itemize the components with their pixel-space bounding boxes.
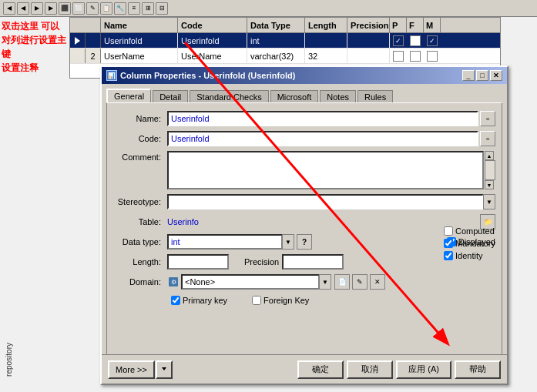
cancel-button[interactable]: 取消	[347, 360, 393, 379]
cell-dtype-1: int	[247, 33, 305, 48]
right-checks-area: Computed Mandatory Identity	[444, 226, 495, 260]
scroll-up-btn[interactable]: ▲	[485, 151, 494, 160]
code-input[interactable]	[167, 131, 478, 146]
col-header-name: Name	[101, 18, 178, 32]
domain-input[interactable]	[181, 274, 320, 290]
primary-key-checkbox[interactable]	[171, 296, 180, 305]
datatype-help-button[interactable]: ?	[297, 234, 312, 250]
toolbar-btn-3[interactable]: ▶	[31, 2, 43, 15]
toolbar-btn-1[interactable]: ◀	[3, 2, 15, 15]
foreign-key-checkbox-item: Foreign Key	[252, 296, 309, 305]
cell-dtype-2: varchar(32)	[247, 49, 305, 63]
computed-label: Computed	[455, 226, 495, 236]
mandatory-checkbox[interactable]	[444, 239, 453, 248]
stereotype-row: Stereotype: ▼	[113, 194, 495, 209]
col-header-p: P	[390, 18, 407, 32]
computed-checkbox-item: Computed	[444, 226, 495, 236]
toolbar-btn-10[interactable]: ≡	[128, 2, 140, 15]
primary-key-checkbox-item: Primary key	[171, 296, 227, 305]
name-label: Name:	[113, 114, 167, 123]
computed-checkbox[interactable]	[444, 226, 453, 236]
name-row: Name: =	[113, 111, 495, 126]
col-header-code: Code	[178, 18, 247, 32]
cell-prec-2	[347, 49, 390, 63]
code-label: Code:	[113, 134, 167, 143]
close-button[interactable]: ✕	[490, 70, 502, 81]
toolbar-btn-12[interactable]: ⊟	[156, 2, 168, 15]
check-p2-empty	[393, 51, 404, 62]
toolbar-btn-2[interactable]: ◀	[17, 2, 29, 15]
dialog-titlebar: 📊 Column Properties - Userinfold (Userin…	[102, 67, 507, 84]
comment-textarea[interactable]	[167, 151, 484, 189]
more-button[interactable]: More >>	[108, 360, 155, 379]
domain-clear-button[interactable]: ✕	[370, 274, 385, 290]
cell-p-2[interactable]	[390, 51, 407, 62]
name-input[interactable]	[167, 111, 478, 126]
svg-marker-2	[162, 367, 166, 370]
col-header-precision: Precision	[347, 18, 390, 32]
cell-code-2: UserName	[178, 49, 247, 63]
cell-m-2[interactable]	[424, 51, 441, 62]
toolbar-btn-6[interactable]: ⬜	[72, 2, 85, 15]
toolbar-btn-4[interactable]: ▶	[45, 2, 57, 15]
stereotype-dropdown-btn[interactable]: ▼	[483, 194, 495, 209]
svg-text:⚙: ⚙	[171, 279, 176, 286]
check-f-empty	[410, 35, 421, 46]
check-m-icon: ✓	[427, 35, 438, 46]
dialog-column-properties: 📊 Column Properties - Userinfold (Userin…	[100, 65, 508, 385]
code-browse-button[interactable]: =	[480, 131, 495, 146]
toolbar-btn-11[interactable]: ⊞	[142, 2, 154, 15]
table-row[interactable]: Userinfold Userinfold int ✓ ✓	[70, 33, 500, 49]
datatype-input[interactable]	[167, 234, 283, 250]
domain-icon: ⚙	[168, 276, 179, 287]
domain-new-button[interactable]: 📄	[334, 274, 350, 290]
domain-edit-button[interactable]: ✎	[352, 274, 368, 290]
identity-checkbox-item: Identity	[444, 251, 495, 260]
datatype-label: Data type:	[113, 237, 167, 246]
domain-action-btns: 📄 ✎ ✕	[333, 274, 385, 290]
table-header: Name Code Data Type Length Precision P F…	[70, 18, 500, 33]
apply-button[interactable]: 应用 (A)	[396, 360, 451, 379]
check-p-icon: ✓	[393, 35, 404, 46]
toolbar: ◀ ◀ ▶ ▶ ⬛ ⬜ ✎ 📋 🔧 ≡ ⊞ ⊟	[0, 0, 537, 17]
cell-f-1[interactable]	[407, 35, 424, 46]
datatype-dropdown-btn[interactable]: ▼	[282, 234, 294, 250]
primary-key-label: Primary key	[183, 296, 227, 305]
toolbar-btn-7[interactable]: ✎	[86, 2, 99, 15]
toolbar-btn-8[interactable]: 📋	[100, 2, 112, 15]
col-header-length: Length	[305, 18, 347, 32]
cell-p-1[interactable]: ✓	[390, 35, 407, 46]
minimize-button[interactable]: _	[462, 70, 475, 81]
stereotype-input[interactable]	[167, 194, 484, 209]
length-input[interactable]	[167, 254, 229, 270]
tab-content-panel: Name: = Code: = Comment: ▲ ▼ Stereot	[106, 102, 502, 357]
domain-label: Domain:	[113, 277, 167, 286]
datatype-row: Data type: ▼ ? Displayed	[113, 234, 495, 250]
more-dropdown-button[interactable]	[156, 360, 173, 379]
toolbar-btn-5[interactable]: ⬛	[59, 2, 71, 15]
table-row[interactable]: 2 UserName UserName varchar(32) 32	[70, 49, 500, 64]
comment-label: Comment:	[113, 151, 167, 189]
scroll-down-btn[interactable]: ▼	[485, 180, 494, 189]
cell-f-2[interactable]	[407, 51, 424, 62]
foreign-key-checkbox[interactable]	[252, 296, 261, 305]
tab-general[interactable]: General	[106, 89, 151, 102]
domain-dropdown-btn[interactable]: ▼	[319, 274, 331, 290]
maximize-button[interactable]: □	[476, 70, 488, 81]
identity-checkbox[interactable]	[444, 251, 453, 260]
ok-button[interactable]: 确定	[297, 360, 344, 379]
cell-m-1[interactable]: ✓	[424, 35, 441, 46]
mandatory-label: Mandatory	[455, 239, 495, 248]
more-dropdown-icon	[160, 364, 168, 374]
toolbar-btn-9[interactable]: 🔧	[114, 2, 126, 15]
code-row: Code: =	[113, 131, 495, 146]
cell-prec-1	[347, 33, 390, 48]
foreign-key-label: Foreign Key	[263, 296, 309, 305]
check-m2-empty	[427, 51, 438, 62]
col-header-m: M	[424, 18, 441, 32]
precision-input[interactable]	[282, 254, 344, 270]
help-button[interactable]: 帮助	[455, 360, 501, 379]
name-browse-button[interactable]: =	[480, 111, 495, 126]
col-header-f: F	[407, 18, 424, 32]
length-label: Length:	[113, 257, 167, 266]
